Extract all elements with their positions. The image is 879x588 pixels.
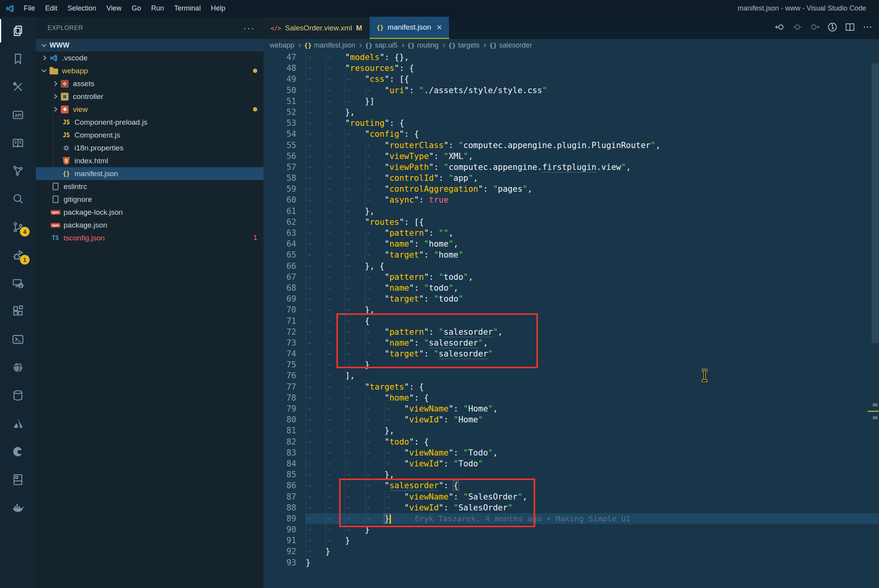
- line-number[interactable]: 70: [264, 304, 306, 315]
- tree-item-webapp[interactable]: webapp: [36, 64, 264, 77]
- line-number[interactable]: 91: [264, 535, 306, 546]
- scrollbar-thumb[interactable]: [872, 64, 879, 343]
- explorer-icon[interactable]: [0, 17, 36, 45]
- breadcrumb-item-routing[interactable]: {}routing: [407, 41, 439, 49]
- tree-item--vscode[interactable]: .vscode: [36, 51, 264, 64]
- tree-item-view[interactable]: view: [36, 103, 264, 116]
- code-line-53[interactable]: 53→→"routing": {: [264, 118, 879, 129]
- tree-item-eslintrc[interactable]: eslintrc: [36, 180, 264, 193]
- database-icon[interactable]: [0, 381, 36, 410]
- line-number[interactable]: 78: [264, 392, 306, 403]
- line-number[interactable]: 74: [264, 348, 306, 359]
- code-line-78[interactable]: 78→→→→"home": {: [264, 392, 879, 403]
- code-line-79[interactable]: 79→→→→→"viewName": "Home",: [264, 403, 879, 414]
- remote-explorer-icon[interactable]: [0, 269, 36, 297]
- code-line-69[interactable]: 69→→→→"target": "todo": [264, 293, 879, 304]
- code-line-61[interactable]: 61→→→},: [264, 206, 879, 217]
- code-line-62[interactable]: 62→→→"routes": [{: [264, 217, 879, 228]
- menu-file[interactable]: File: [19, 0, 40, 17]
- line-number[interactable]: 72: [264, 327, 306, 337]
- code-line-77[interactable]: 77→→→"targets": {: [264, 381, 879, 392]
- tree-item-manifest-json[interactable]: {}manifest.json: [36, 167, 264, 180]
- line-number[interactable]: 61: [264, 206, 306, 217]
- code-line-48[interactable]: 48→→"resources": {: [264, 63, 879, 74]
- line-number[interactable]: 65: [264, 249, 306, 260]
- code-line-67[interactable]: 67→→→→"pattern": "todo",: [264, 272, 879, 283]
- line-number[interactable]: 52: [264, 107, 306, 118]
- code-line-50[interactable]: 50→→→→"uri": "./assets/style/style.css": [264, 85, 879, 96]
- menu-view[interactable]: View: [101, 0, 127, 17]
- code-line-51[interactable]: 51→→→}]: [264, 96, 879, 107]
- code-line-63[interactable]: 63→→→→"pattern": "",: [264, 228, 879, 238]
- line-number[interactable]: 66: [264, 261, 306, 272]
- powershell-terminal-icon[interactable]: [0, 325, 36, 353]
- line-number[interactable]: 56: [264, 151, 306, 162]
- explorer-more-actions-icon[interactable]: ···: [243, 17, 255, 39]
- line-number[interactable]: 58: [264, 173, 306, 184]
- line-number[interactable]: 76: [264, 370, 306, 381]
- code-line-92[interactable]: 92→}: [264, 546, 879, 557]
- line-number[interactable]: 87: [264, 491, 306, 502]
- breadcrumb-item-manifest-json[interactable]: {}manifest.json: [304, 41, 355, 49]
- line-number[interactable]: 53: [264, 118, 306, 129]
- line-number[interactable]: 80: [264, 414, 306, 425]
- code-line-68[interactable]: 68→→→→"name": "todo",: [264, 283, 879, 293]
- more-actions-icon[interactable]: [862, 22, 873, 34]
- line-number[interactable]: 63: [264, 228, 306, 238]
- search-icon[interactable]: [0, 185, 36, 213]
- line-number[interactable]: 88: [264, 502, 306, 513]
- line-number[interactable]: 73: [264, 337, 306, 348]
- line-number[interactable]: 79: [264, 403, 306, 414]
- code-line-80[interactable]: 80→→→→→"viewId": "Home": [264, 414, 879, 425]
- menu-go[interactable]: Go: [127, 0, 146, 17]
- line-number[interactable]: 93: [264, 557, 306, 568]
- code-line-65[interactable]: 65→→→→"target": "home": [264, 249, 879, 260]
- code-line-52[interactable]: 52→→},: [264, 107, 879, 118]
- breadcrumb-item-salesorder[interactable]: {}salesorder: [489, 41, 532, 49]
- code-line-91[interactable]: 91→→}: [264, 535, 879, 546]
- line-number[interactable]: 82: [264, 436, 306, 447]
- form-page-icon[interactable]: [0, 466, 36, 494]
- tree-item-component-js[interactable]: JSComponent.js: [36, 129, 264, 141]
- menu-run[interactable]: Run: [146, 0, 169, 17]
- line-number[interactable]: 54: [264, 129, 306, 139]
- docker-icon[interactable]: [0, 494, 36, 522]
- line-number[interactable]: 92: [264, 546, 306, 557]
- line-number[interactable]: 83: [264, 447, 306, 458]
- workspace-root-row[interactable]: WWW: [36, 39, 264, 51]
- code-line-55[interactable]: 55→→→→"routerClass": "computec.appengine…: [264, 140, 879, 151]
- line-number[interactable]: 71: [264, 316, 306, 327]
- code-line-82[interactable]: 82→→→→"todo": {: [264, 436, 879, 447]
- tab-manifest-json[interactable]: {}manifest.json×: [370, 17, 449, 39]
- tree-item-tsconfig-json[interactable]: TStsconfig.json1: [36, 231, 264, 244]
- next-change-icon[interactable]: [810, 22, 820, 34]
- line-number[interactable]: 89: [264, 513, 306, 524]
- code-line-93[interactable]: 93}: [264, 557, 879, 568]
- bookmarks-icon[interactable]: [0, 45, 36, 73]
- breadcrumb-item-webapp[interactable]: webapp: [270, 41, 294, 49]
- line-number[interactable]: 85: [264, 469, 306, 480]
- tab-salesorder-view-xml[interactable]: </>SalesOrder.view.xmlM: [264, 17, 370, 39]
- close-icon[interactable]: ×: [437, 23, 442, 32]
- line-number[interactable]: 57: [264, 162, 306, 173]
- code-line-66[interactable]: 66→→→}, {: [264, 261, 879, 272]
- line-number[interactable]: 59: [264, 184, 306, 194]
- project-graph-icon[interactable]: [0, 157, 36, 185]
- docs-book-icon[interactable]: [0, 129, 36, 157]
- source-control-icon[interactable]: 4: [0, 213, 36, 241]
- line-number[interactable]: 51: [264, 96, 306, 107]
- code-editor[interactable]: 47→→"models": {},48→→"resources": {49→→→…: [264, 52, 879, 588]
- code-line-56[interactable]: 56→→→→"viewType": "XML",: [264, 151, 879, 162]
- tree-item-component-preload-js[interactable]: JSComponent-preload.js: [36, 116, 264, 129]
- line-number[interactable]: 84: [264, 458, 306, 469]
- atlassian-icon[interactable]: [0, 410, 36, 438]
- code-line-54[interactable]: 54→→→"config": {: [264, 129, 879, 139]
- testing-tools-icon[interactable]: [0, 73, 36, 101]
- line-number[interactable]: 55: [264, 140, 306, 151]
- run-debug-icon[interactable]: 1: [0, 241, 36, 269]
- line-number[interactable]: 69: [264, 293, 306, 304]
- tree-item-index-html[interactable]: 5index.html: [36, 154, 264, 167]
- line-number[interactable]: 48: [264, 63, 306, 74]
- tree-item-i18n-properties[interactable]: i18n.properties: [36, 141, 264, 154]
- line-number[interactable]: 90: [264, 524, 306, 535]
